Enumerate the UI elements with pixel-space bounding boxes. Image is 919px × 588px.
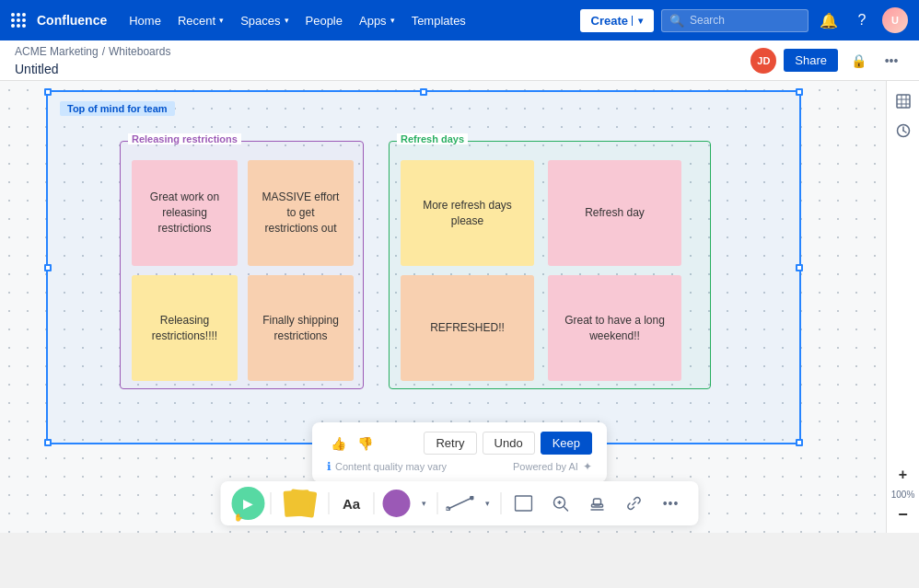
- sticky-r4-text: Finally shipping restrictions: [259, 313, 343, 344]
- sticky-d4-text: Great to have a long weekend!!: [559, 313, 670, 344]
- link-tool[interactable]: [618, 487, 651, 520]
- stamp-icon: [589, 495, 606, 512]
- refresh-days-group: Refresh days More refresh days please Re…: [389, 141, 711, 389]
- sticky-finally-shipping[interactable]: Finally shipping restrictions: [248, 275, 354, 381]
- text-tool[interactable]: Aa: [335, 487, 368, 520]
- chevron-down-icon: ▾: [219, 16, 224, 25]
- chevron-down-icon: ▾: [285, 16, 289, 25]
- refresh-days-label: Refresh days: [397, 133, 468, 144]
- table-icon[interactable]: [890, 88, 916, 114]
- thumbs-up-icon[interactable]: 👍: [327, 434, 350, 453]
- handle-bottom-right[interactable]: [796, 439, 803, 446]
- logo[interactable]: Confluence: [11, 13, 107, 28]
- handle-mid-right[interactable]: [796, 264, 803, 271]
- powered-by-ai: Powered by AI ✦: [513, 460, 592, 473]
- handle-top-mid[interactable]: [420, 88, 427, 96]
- keep-button[interactable]: Keep: [541, 432, 592, 455]
- nav-apps[interactable]: Apps ▾: [352, 10, 402, 31]
- sticky-great-work[interactable]: Great work on releasing restrictions: [132, 160, 238, 266]
- shape-tool[interactable]: [380, 487, 413, 520]
- chevron-down-icon: ▾: [390, 16, 395, 25]
- nav-recent[interactable]: Recent ▾: [170, 10, 231, 31]
- nav-spaces[interactable]: Spaces ▾: [233, 10, 296, 31]
- handle-top-right[interactable]: [796, 88, 803, 96]
- create-button[interactable]: Create ▾: [580, 9, 654, 32]
- canvas-area[interactable]: Top of mind for team Releasing restricti…: [0, 81, 919, 533]
- cursor-icon: ✋: [234, 513, 243, 522]
- breadcrumb-section[interactable]: Whiteboards: [109, 45, 170, 58]
- search-bar[interactable]: 🔍 Search: [661, 9, 808, 32]
- more-options-icon[interactable]: •••: [878, 48, 904, 74]
- zoom-in-button[interactable]: +: [892, 464, 914, 486]
- magnify-icon: [553, 495, 569, 512]
- svg-line-13: [564, 507, 568, 511]
- search-tool[interactable]: [544, 487, 577, 520]
- powered-by-text: Powered by AI: [513, 461, 578, 472]
- sticky-r1-text: Great work on releasing restrictions: [143, 190, 227, 236]
- stamp-tool[interactable]: [581, 487, 614, 520]
- zoom-level: 100%: [891, 490, 915, 500]
- releasing-restrictions-label: Releasing restrictions: [128, 133, 241, 144]
- zoom-out-button[interactable]: −: [892, 503, 914, 525]
- toolbar-separator-2: [329, 492, 330, 514]
- bottom-toolbar: ▶ ✋ Aa ▾: [221, 481, 699, 525]
- link-icon: [626, 495, 643, 512]
- handle-bottom-left[interactable]: [44, 439, 52, 446]
- sticky-r2-text: MASSIVE effort to get restrictions out: [259, 190, 343, 236]
- sticky-more-refresh[interactable]: More refresh days please: [401, 160, 534, 266]
- sticky-note-tool[interactable]: [277, 487, 323, 520]
- share-button[interactable]: Share: [784, 49, 838, 72]
- right-panel: + 100% −: [886, 81, 919, 533]
- frame-icon: [515, 495, 533, 512]
- sticky-d2-text: Refresh day: [585, 205, 645, 221]
- sticky-d3-text: REFRESHED!!: [430, 320, 505, 336]
- whiteboard[interactable]: Top of mind for team Releasing restricti…: [0, 81, 919, 533]
- nav-home[interactable]: Home: [122, 10, 169, 31]
- line-tool[interactable]: [444, 487, 477, 520]
- sticky-massive-effort[interactable]: MASSIVE effort to get restrictions out: [248, 160, 354, 266]
- nav-people[interactable]: People: [298, 10, 350, 31]
- help-icon[interactable]: ?: [849, 7, 875, 33]
- svg-rect-11: [516, 496, 532, 511]
- dropdown-chevron-icon: ▾: [422, 499, 426, 508]
- collaborator-avatar[interactable]: JD: [750, 48, 776, 74]
- nav-templates[interactable]: Templates: [404, 10, 473, 31]
- top-nav: Confluence Home Recent ▾ Spaces ▾ People…: [0, 0, 919, 40]
- sticky-long-weekend[interactable]: Great to have a long weekend!!: [548, 275, 681, 381]
- shape-dropdown[interactable]: ▾: [417, 487, 432, 520]
- toolbar-separator-4: [437, 492, 438, 514]
- breadcrumb-separator: /: [102, 45, 105, 58]
- sticky-d1-text: More refresh days please: [412, 198, 523, 229]
- retry-button[interactable]: Retry: [424, 432, 476, 455]
- more-tools-button[interactable]: •••: [655, 487, 688, 520]
- cursor-tool[interactable]: ▶ ✋: [232, 487, 265, 520]
- circle-shape-icon: [383, 490, 411, 517]
- frame-tool[interactable]: [507, 487, 541, 520]
- breadcrumb-root[interactable]: ACME Marketing: [15, 45, 99, 58]
- ai-toolbar: 👍 👎 Retry Undo Keep ℹ Content quality ma…: [312, 422, 607, 482]
- sticky-r3-text: Releasing restrictions!!!!: [143, 313, 227, 344]
- quality-text: Content quality may vary: [335, 461, 447, 472]
- ai-feedback: 👍 👎: [327, 434, 377, 453]
- nav-right: 🔍 Search 🔔 ? U: [661, 7, 908, 33]
- sticky-releasing[interactable]: Releasing restrictions!!!!: [132, 275, 238, 381]
- handle-mid-left[interactable]: [44, 264, 52, 271]
- notifications-icon[interactable]: 🔔: [816, 7, 842, 33]
- line-dropdown[interactable]: ▾: [481, 487, 495, 520]
- clock-icon[interactable]: [890, 118, 916, 144]
- search-placeholder: Search: [690, 14, 725, 27]
- create-label: Create: [591, 14, 628, 28]
- breadcrumb: ACME Marketing / Whiteboards: [15, 45, 170, 58]
- thumbs-down-icon[interactable]: 👎: [354, 434, 377, 453]
- lock-icon[interactable]: 🔒: [845, 48, 871, 74]
- undo-button[interactable]: Undo: [483, 432, 535, 455]
- user-avatar[interactable]: U: [882, 7, 908, 33]
- releasing-restrictions-group: Releasing restrictions Great work on rel…: [120, 141, 364, 389]
- toolbar-separator-1: [271, 492, 272, 514]
- sticky-refresh-day[interactable]: Refresh day: [548, 160, 681, 266]
- avatar-initials: U: [891, 15, 899, 26]
- handle-top-left[interactable]: [44, 88, 52, 96]
- top-of-mind-label: Top of mind for team: [60, 101, 175, 116]
- sticky-refreshed[interactable]: REFRESHED!!: [401, 275, 534, 381]
- sub-header-right: JD Share 🔒 •••: [750, 48, 904, 74]
